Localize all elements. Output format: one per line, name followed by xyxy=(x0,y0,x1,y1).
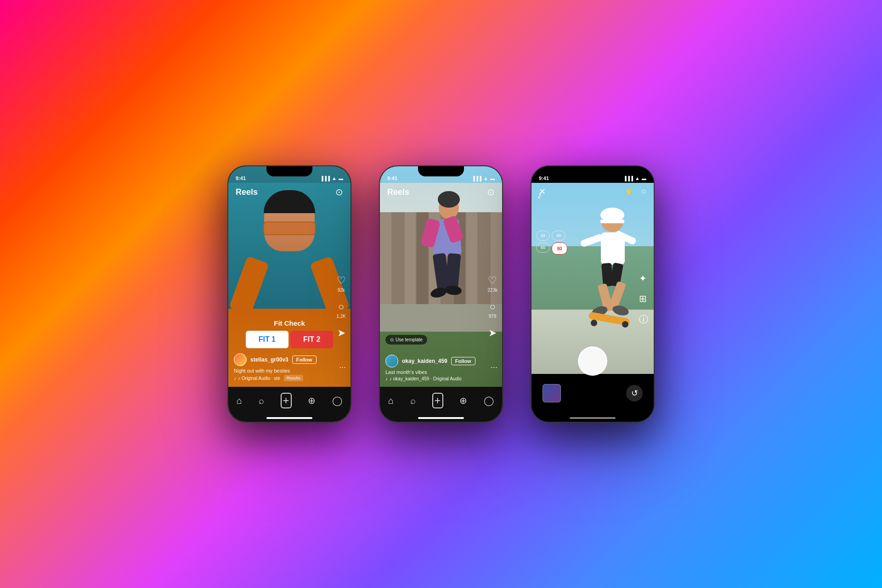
phone2-comment-action[interactable]: ○ 978 xyxy=(489,301,497,319)
share-icon: ➤ xyxy=(337,327,345,339)
share-icon: ➤ xyxy=(488,327,497,339)
phone2-background xyxy=(380,166,502,422)
phone2-bottom-nav: ⌂ ⌕ + ⊕ ◯ xyxy=(380,387,502,422)
phone2-more-options[interactable]: ··· xyxy=(491,362,498,372)
fit-check-label: Fit Check xyxy=(274,319,305,327)
fit2-button[interactable]: FIT 2 xyxy=(290,331,333,348)
phone3-music-icon[interactable]: ♪ xyxy=(537,189,542,201)
svg-rect-11 xyxy=(600,220,624,223)
phone3-duration-90[interactable]: 90 xyxy=(552,243,567,254)
phone1-background xyxy=(228,166,351,422)
flip-icon: ↺ xyxy=(631,388,638,398)
phone-3: 9:41 ▐▐▐ ▲ ▬ ✕ ⚡ ○ ♪ 15 30 60 9 xyxy=(531,165,655,423)
phone1-username[interactable]: stellas_gr00v3 xyxy=(250,356,288,363)
phone2-username[interactable]: okay_kaiden_459 xyxy=(402,358,447,364)
phone1-time: 9:41 xyxy=(236,175,246,181)
phone2-comments-count: 978 xyxy=(489,314,497,319)
phone1-nav-search[interactable]: ⌕ xyxy=(259,396,264,406)
phone1-caption: Night out with my besties xyxy=(234,368,322,373)
phone1-like-action[interactable]: ♡ 92k xyxy=(337,275,346,293)
signal-icon: ▐▐▐ xyxy=(623,176,633,181)
phone1-nav-home[interactable]: ⌂ xyxy=(237,396,242,406)
comment-icon: ○ xyxy=(338,301,344,313)
phone1-user-row: stellas_gr00v3 Follow xyxy=(234,353,322,366)
phone2-nav-create[interactable]: + xyxy=(432,393,443,408)
phone3-duration-selector: 15 30 60 90 xyxy=(536,231,567,254)
phone3-duration-15[interactable]: 15 xyxy=(536,231,550,241)
music-note-icon: ♪ xyxy=(385,376,388,381)
fit1-button[interactable]: FIT 1 xyxy=(246,331,288,348)
phone2-like-action[interactable]: ♡ 223k xyxy=(487,275,498,293)
battery-icon: ▬ xyxy=(339,176,343,181)
phone2-share-action[interactable]: ➤ xyxy=(488,327,497,339)
phone3-duration-row-2: 60 90 xyxy=(536,243,567,254)
use-template-button[interactable]: ⊙ Use template xyxy=(385,335,427,345)
battery-icon: ▬ xyxy=(642,176,646,181)
phone3-duration-30[interactable]: 30 xyxy=(552,231,565,241)
phone3-layout-icon[interactable]: ⊞ xyxy=(639,293,648,304)
phone-1: 9:41 ▐▐▐ ▲ ▬ Reels ⊙ Fit Check FIT 1 FIT… xyxy=(227,165,351,423)
phone3-status-icons: ▐▐▐ ▲ ▬ xyxy=(623,175,646,181)
phone3-time: 9:41 xyxy=(539,175,549,181)
use-template-icon: ⊙ xyxy=(390,337,394,342)
phone2-home-bar xyxy=(418,417,464,419)
phone2-reels-title: Reels xyxy=(387,187,409,197)
comment-icon: ○ xyxy=(490,301,496,313)
phone3-timer-icon[interactable]: ⓘ xyxy=(639,313,648,326)
phone3-record-button[interactable] xyxy=(578,346,607,376)
phone3-right-toolbar: ✦ ⊞ ⓘ xyxy=(639,273,648,326)
phone1-camera-icon[interactable]: ⊙ xyxy=(335,187,343,198)
phone2-caption: Last month's vibes xyxy=(385,369,474,375)
phone2-audio: ♪ ♪ okay_kaiden_459 · Original Audio xyxy=(385,376,474,381)
svg-point-20 xyxy=(591,320,597,326)
phone1-more-options[interactable]: ··· xyxy=(339,362,346,372)
wifi-icon: ▲ xyxy=(635,175,640,181)
phone1-nav-shop[interactable]: ⊕ xyxy=(308,395,316,406)
phone1-side-actions: ♡ 92k ○ 1.2K ➤ xyxy=(336,275,346,339)
phone2-user-row: okay_kaiden_459 Follow xyxy=(385,355,474,368)
phone3-effects-icon[interactable]: ✦ xyxy=(639,273,648,284)
phone2-nav-shop[interactable]: ⊕ xyxy=(459,395,467,406)
phone2-likes-count: 223k xyxy=(487,288,498,293)
music-note-icon: ♪ xyxy=(234,376,236,381)
svg-rect-22 xyxy=(580,233,604,248)
phone2-status-icons: ▐▐▐ ▲ ▬ xyxy=(472,175,495,181)
phone2-header: Reels ⊙ xyxy=(380,183,502,201)
phone3-mute-icon[interactable]: ⚡ xyxy=(624,187,634,197)
phone2-camera-icon[interactable]: ⊙ xyxy=(487,187,495,198)
phone3-header: ✕ ⚡ ○ xyxy=(531,183,654,200)
phone3-record-button-container xyxy=(578,346,607,376)
use-template-label: Use template xyxy=(396,337,423,342)
phone1-comments-count: 1.2K xyxy=(336,314,346,319)
phone2-follow-button[interactable]: Follow xyxy=(451,357,475,365)
phone1-nav-profile[interactable]: ◯ xyxy=(332,395,342,406)
phone3-flip-camera-button[interactable]: ↺ xyxy=(626,385,643,401)
phone1-header: Reels ⊙ xyxy=(228,183,351,201)
phone2-nav-home[interactable]: ⌂ xyxy=(388,396,394,406)
phone3-gallery-thumb[interactable] xyxy=(543,384,561,402)
phone1-user-info: stellas_gr00v3 Follow Night out with my … xyxy=(228,353,328,381)
heart-icon: ♡ xyxy=(337,275,346,287)
phone1-nav-create[interactable]: + xyxy=(281,393,292,408)
phone-2: 9:41 ▐▐▐ ▲ ▬ Reels ⊙ ⊙ Use template ♡ 22… xyxy=(379,165,503,423)
phone1-reels-title: Reels xyxy=(236,187,258,197)
phone1-results-badge[interactable]: Results xyxy=(284,375,303,381)
phone1-share-action[interactable]: ➤ xyxy=(337,327,345,339)
phone1-follow-button[interactable]: Follow xyxy=(292,356,317,364)
phone1-avatar xyxy=(234,353,247,366)
phone3-home-bar xyxy=(570,417,616,419)
phone2-avatar xyxy=(385,355,398,368)
phone1-home-bar xyxy=(266,417,312,419)
phone3-search-icon[interactable]: ○ xyxy=(641,187,646,197)
phone2-nav-profile[interactable]: ◯ xyxy=(484,395,494,406)
phone1-likes-count: 92k xyxy=(338,288,345,293)
phone3-duration-row-1: 15 30 xyxy=(536,231,567,241)
phone3-duration-60[interactable]: 60 xyxy=(536,243,550,253)
wifi-icon: ▲ xyxy=(483,175,488,181)
heart-icon: ♡ xyxy=(488,275,497,287)
phone2-nav-search[interactable]: ⌕ xyxy=(410,396,416,406)
phone1-bottom-nav: ⌂ ⌕ + ⊕ ◯ xyxy=(228,387,351,422)
battery-icon: ▬ xyxy=(490,176,495,181)
phone1-comment-action[interactable]: ○ 1.2K xyxy=(336,301,346,319)
svg-rect-6 xyxy=(445,253,461,291)
